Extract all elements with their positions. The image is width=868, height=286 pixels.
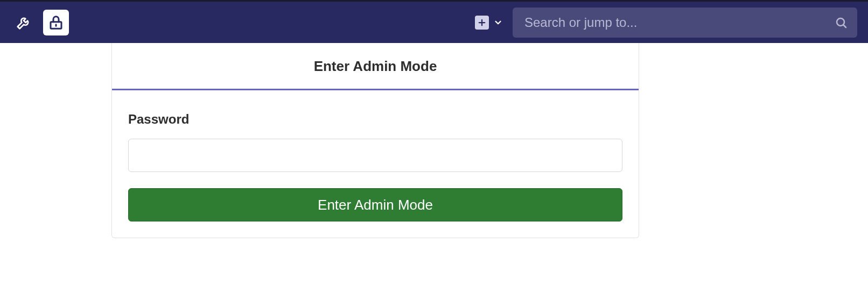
search-input[interactable] xyxy=(513,8,857,38)
topbar xyxy=(0,2,868,43)
create-new-dropdown[interactable] xyxy=(471,12,507,33)
topbar-left xyxy=(11,10,69,35)
plus-icon xyxy=(475,16,489,30)
admin-lock-button[interactable] xyxy=(43,10,69,35)
admin-mode-panel: Enter Admin Mode Password Enter Admin Mo… xyxy=(111,43,639,238)
panel-header: Enter Admin Mode xyxy=(112,43,639,90)
topbar-right xyxy=(471,8,857,38)
lock-icon xyxy=(48,15,64,31)
enter-admin-mode-button[interactable]: Enter Admin Mode xyxy=(128,188,622,221)
password-label: Password xyxy=(128,112,622,127)
admin-wrench-button[interactable] xyxy=(11,10,37,35)
chevron-down-icon xyxy=(493,18,503,27)
panel-body: Password Enter Admin Mode xyxy=(112,90,639,221)
wrench-icon xyxy=(16,15,32,31)
password-input[interactable] xyxy=(128,139,622,172)
search-wrap xyxy=(513,8,857,38)
main-content: Enter Admin Mode Password Enter Admin Mo… xyxy=(0,43,868,238)
panel-title: Enter Admin Mode xyxy=(112,58,639,75)
